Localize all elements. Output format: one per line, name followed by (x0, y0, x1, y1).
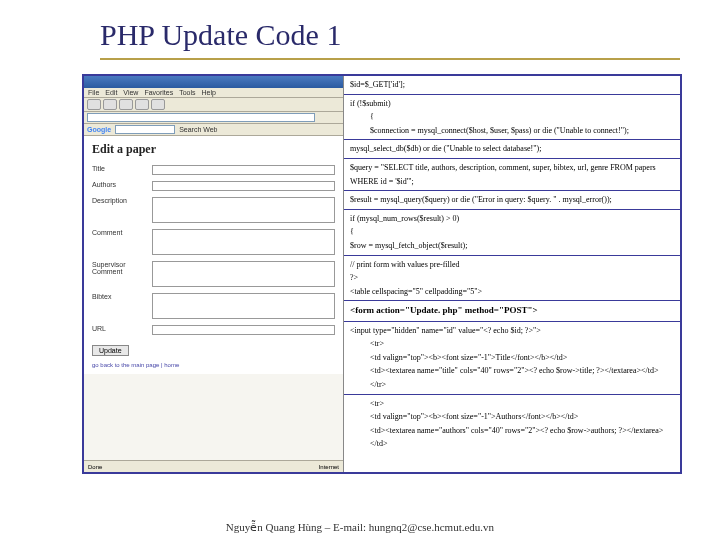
address-bar (84, 112, 343, 124)
label-authors: Authors (92, 181, 152, 188)
slide-footer: Nguyễn Quang Hùng – E-mail: hungnq2@cse.… (0, 521, 720, 534)
url-input[interactable] (87, 113, 315, 122)
menu-file: File (88, 89, 99, 96)
refresh-button[interactable] (135, 99, 149, 110)
status-done: Done (88, 464, 102, 470)
google-search-input[interactable] (115, 125, 175, 134)
menu-edit: Edit (105, 89, 117, 96)
textarea-bibtex[interactable] (152, 293, 335, 319)
code-block-authors: <tr> <td valign="top"><b><font size="-1"… (344, 395, 680, 453)
input-title[interactable] (152, 165, 335, 175)
code-line-1: $id=$_GET['id']; (344, 76, 680, 95)
forward-button[interactable] (103, 99, 117, 110)
window-titlebar (84, 76, 343, 88)
back-button[interactable] (87, 99, 101, 110)
menu-tools: Tools (179, 89, 195, 96)
search-web-label: Search Web (179, 126, 217, 133)
label-title: Title (92, 165, 152, 172)
page-content: Edit a paper Title Authors Description (84, 136, 343, 374)
label-supervisor: Supervisor Comment (92, 261, 152, 275)
title-underline (100, 58, 680, 60)
code-block-hidden-title: <input type="hidden" name="id" value="<?… (344, 322, 680, 395)
page-heading: Edit a paper (92, 142, 335, 157)
textarea-comment[interactable] (152, 229, 335, 255)
code-block-numrows: if (mysql_num_rows($result) > 0) { $row … (344, 210, 680, 256)
update-button[interactable]: Update (92, 345, 129, 356)
textarea-description[interactable] (152, 197, 335, 223)
input-url[interactable] (152, 325, 335, 335)
google-toolbar: Google Search Web (84, 124, 343, 136)
browser-screenshot: File Edit View Favorites Tools Help (84, 76, 344, 472)
nav-toolbar (84, 98, 343, 112)
status-bar: Done Internet (84, 460, 343, 472)
code-block-printform: // print form with values pre-filled ?> … (344, 256, 680, 302)
slide-title: PHP Update Code 1 (100, 18, 690, 52)
label-comment: Comment (92, 229, 152, 236)
code-line-selectdb: mysql_select_db($db) or die ("Unable to … (344, 140, 680, 159)
stop-button[interactable] (119, 99, 133, 110)
label-description: Description (92, 197, 152, 204)
input-authors[interactable] (152, 181, 335, 191)
textarea-supervisor[interactable] (152, 261, 335, 287)
code-column: $id=$_GET['id']; if (!$submit) { $connec… (344, 76, 680, 472)
content-box: File Edit View Favorites Tools Help (82, 74, 682, 474)
code-block-if: if (!$submit) { $connection = mysql_conn… (344, 95, 680, 141)
google-logo: Google (87, 126, 111, 133)
code-line-query: $query = "SELECT title, authors, descrip… (344, 159, 680, 191)
menu-help: Help (202, 89, 216, 96)
code-line-result: $result = mysql_query($query) or die ("E… (344, 191, 680, 210)
code-line-form: <form action="Update. php" method="POST"… (344, 301, 680, 321)
menu-bar: File Edit View Favorites Tools Help (84, 88, 343, 98)
footer-links[interactable]: go back to the main page | home (92, 362, 335, 368)
home-button[interactable] (151, 99, 165, 110)
label-url: URL (92, 325, 152, 332)
menu-favorites: Favorites (144, 89, 173, 96)
menu-view: View (123, 89, 138, 96)
status-internet: Internet (319, 464, 339, 470)
label-bibtex: Bibtex (92, 293, 152, 300)
